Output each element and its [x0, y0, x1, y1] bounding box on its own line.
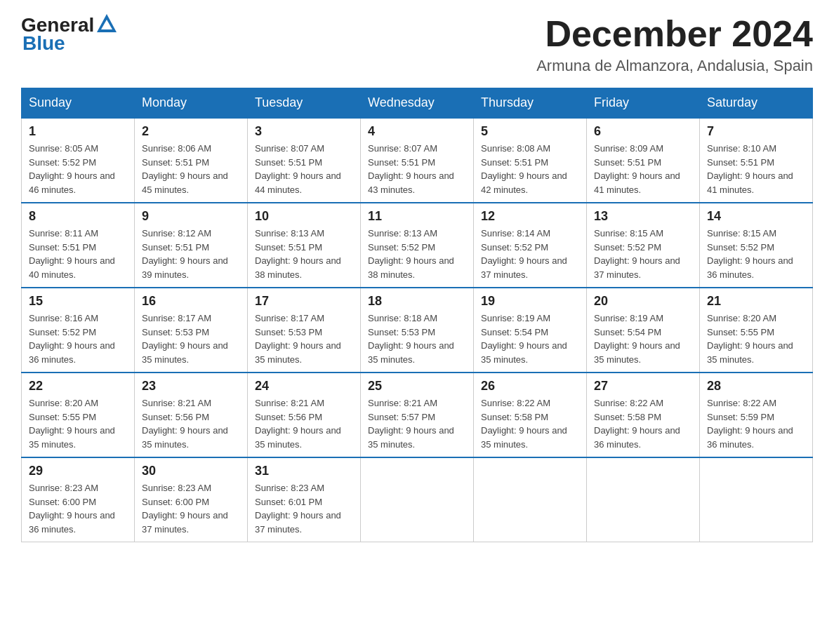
day-info: Sunrise: 8:13 AM Sunset: 5:52 PM Dayligh… [368, 227, 466, 281]
calendar-cell: 13 Sunrise: 8:15 AM Sunset: 5:52 PM Dayl… [587, 203, 700, 288]
day-info: Sunrise: 8:23 AM Sunset: 6:01 PM Dayligh… [255, 481, 353, 536]
day-number: 12 [481, 209, 579, 224]
calendar-cell: 12 Sunrise: 8:14 AM Sunset: 5:52 PM Dayl… [474, 203, 587, 288]
day-number: 24 [255, 379, 353, 394]
day-info: Sunrise: 8:22 AM Sunset: 5:58 PM Dayligh… [594, 396, 692, 451]
weekday-header-row: Sunday Monday Tuesday Wednesday Thursday… [22, 88, 813, 119]
calendar-cell: 22 Sunrise: 8:20 AM Sunset: 5:55 PM Dayl… [22, 373, 135, 457]
calendar-cell: 23 Sunrise: 8:21 AM Sunset: 5:56 PM Dayl… [135, 373, 248, 457]
day-number: 6 [594, 124, 692, 139]
day-info: Sunrise: 8:10 AM Sunset: 5:51 PM Dayligh… [707, 142, 805, 196]
day-info: Sunrise: 8:08 AM Sunset: 5:51 PM Dayligh… [481, 142, 579, 196]
calendar-cell: 30 Sunrise: 8:23 AM Sunset: 6:00 PM Dayl… [135, 457, 248, 542]
day-info: Sunrise: 8:13 AM Sunset: 5:51 PM Dayligh… [255, 227, 353, 281]
calendar-table: Sunday Monday Tuesday Wednesday Thursday… [21, 88, 813, 542]
day-info: Sunrise: 8:05 AM Sunset: 5:52 PM Dayligh… [29, 142, 127, 196]
calendar-cell: 8 Sunrise: 8:11 AM Sunset: 5:51 PM Dayli… [22, 203, 135, 288]
calendar-cell: 5 Sunrise: 8:08 AM Sunset: 5:51 PM Dayli… [474, 118, 587, 203]
day-info: Sunrise: 8:06 AM Sunset: 5:51 PM Dayligh… [142, 142, 240, 196]
month-title: December 2024 [536, 14, 813, 54]
calendar-cell: 27 Sunrise: 8:22 AM Sunset: 5:58 PM Dayl… [587, 373, 700, 457]
day-info: Sunrise: 8:15 AM Sunset: 5:52 PM Dayligh… [707, 227, 805, 281]
calendar-cell: 29 Sunrise: 8:23 AM Sunset: 6:00 PM Dayl… [22, 457, 135, 542]
calendar-cell: 28 Sunrise: 8:22 AM Sunset: 5:59 PM Dayl… [700, 373, 813, 457]
day-number: 9 [142, 209, 240, 224]
day-number: 21 [707, 294, 805, 309]
day-info: Sunrise: 8:15 AM Sunset: 5:52 PM Dayligh… [594, 227, 692, 281]
day-info: Sunrise: 8:21 AM Sunset: 5:56 PM Dayligh… [142, 396, 240, 451]
day-info: Sunrise: 8:09 AM Sunset: 5:51 PM Dayligh… [594, 142, 692, 196]
day-number: 20 [594, 294, 692, 309]
calendar-cell: 7 Sunrise: 8:10 AM Sunset: 5:51 PM Dayli… [700, 118, 813, 203]
day-info: Sunrise: 8:21 AM Sunset: 5:56 PM Dayligh… [255, 396, 353, 451]
day-number: 27 [594, 379, 692, 394]
day-number: 1 [29, 124, 127, 139]
logo: General Blue [21, 14, 118, 55]
day-number: 31 [255, 464, 353, 478]
day-number: 16 [142, 294, 240, 309]
day-number: 23 [142, 379, 240, 394]
calendar-cell: 14 Sunrise: 8:15 AM Sunset: 5:52 PM Dayl… [700, 203, 813, 288]
day-number: 18 [368, 294, 466, 309]
calendar-cell: 19 Sunrise: 8:19 AM Sunset: 5:54 PM Dayl… [474, 288, 587, 373]
day-info: Sunrise: 8:19 AM Sunset: 5:54 PM Dayligh… [481, 311, 579, 366]
week-row-1: 1 Sunrise: 8:05 AM Sunset: 5:52 PM Dayli… [22, 118, 813, 203]
calendar-cell: 9 Sunrise: 8:12 AM Sunset: 5:51 PM Dayli… [135, 203, 248, 288]
calendar-cell [587, 457, 700, 542]
day-info: Sunrise: 8:20 AM Sunset: 5:55 PM Dayligh… [707, 311, 805, 366]
day-number: 11 [368, 209, 466, 224]
day-info: Sunrise: 8:22 AM Sunset: 5:59 PM Dayligh… [707, 396, 805, 451]
location-title: Armuna de Almanzora, Andalusia, Spain [536, 57, 813, 75]
calendar-cell: 15 Sunrise: 8:16 AM Sunset: 5:52 PM Dayl… [22, 288, 135, 373]
header-sunday: Sunday [22, 88, 135, 119]
day-number: 5 [481, 124, 579, 139]
day-number: 3 [255, 124, 353, 139]
calendar-cell: 10 Sunrise: 8:13 AM Sunset: 5:51 PM Dayl… [248, 203, 361, 288]
day-info: Sunrise: 8:07 AM Sunset: 5:51 PM Dayligh… [368, 142, 466, 196]
calendar-cell [474, 457, 587, 542]
day-number: 14 [707, 209, 805, 224]
day-number: 17 [255, 294, 353, 309]
header-saturday: Saturday [700, 88, 813, 119]
calendar-cell: 26 Sunrise: 8:22 AM Sunset: 5:58 PM Dayl… [474, 373, 587, 457]
day-number: 22 [29, 379, 127, 394]
day-number: 19 [481, 294, 579, 309]
title-block: December 2024 Armuna de Almanzora, Andal… [536, 14, 813, 75]
calendar-cell: 11 Sunrise: 8:13 AM Sunset: 5:52 PM Dayl… [361, 203, 474, 288]
day-number: 25 [368, 379, 466, 394]
day-info: Sunrise: 8:16 AM Sunset: 5:52 PM Dayligh… [29, 311, 127, 366]
calendar-cell: 20 Sunrise: 8:19 AM Sunset: 5:54 PM Dayl… [587, 288, 700, 373]
day-info: Sunrise: 8:22 AM Sunset: 5:58 PM Dayligh… [481, 396, 579, 451]
day-info: Sunrise: 8:14 AM Sunset: 5:52 PM Dayligh… [481, 227, 579, 281]
day-info: Sunrise: 8:11 AM Sunset: 5:51 PM Dayligh… [29, 227, 127, 281]
day-info: Sunrise: 8:17 AM Sunset: 5:53 PM Dayligh… [255, 311, 353, 366]
day-info: Sunrise: 8:23 AM Sunset: 6:00 PM Dayligh… [142, 481, 240, 536]
day-number: 15 [29, 294, 127, 309]
day-number: 7 [707, 124, 805, 139]
day-info: Sunrise: 8:07 AM Sunset: 5:51 PM Dayligh… [255, 142, 353, 196]
calendar-cell: 24 Sunrise: 8:21 AM Sunset: 5:56 PM Dayl… [248, 373, 361, 457]
day-number: 29 [29, 464, 127, 478]
calendar-cell [700, 457, 813, 542]
day-number: 26 [481, 379, 579, 394]
calendar-cell: 25 Sunrise: 8:21 AM Sunset: 5:57 PM Dayl… [361, 373, 474, 457]
day-number: 2 [142, 124, 240, 139]
logo-triangle-icon [95, 13, 118, 35]
header-thursday: Thursday [474, 88, 587, 119]
day-info: Sunrise: 8:23 AM Sunset: 6:00 PM Dayligh… [29, 481, 127, 536]
day-info: Sunrise: 8:21 AM Sunset: 5:57 PM Dayligh… [368, 396, 466, 451]
week-row-4: 22 Sunrise: 8:20 AM Sunset: 5:55 PM Dayl… [22, 373, 813, 457]
calendar-cell [361, 457, 474, 542]
day-number: 8 [29, 209, 127, 224]
week-row-5: 29 Sunrise: 8:23 AM Sunset: 6:00 PM Dayl… [22, 457, 813, 542]
day-number: 28 [707, 379, 805, 394]
day-info: Sunrise: 8:20 AM Sunset: 5:55 PM Dayligh… [29, 396, 127, 451]
calendar-cell: 1 Sunrise: 8:05 AM Sunset: 5:52 PM Dayli… [22, 118, 135, 203]
header-friday: Friday [587, 88, 700, 119]
week-row-3: 15 Sunrise: 8:16 AM Sunset: 5:52 PM Dayl… [22, 288, 813, 373]
calendar-cell: 4 Sunrise: 8:07 AM Sunset: 5:51 PM Dayli… [361, 118, 474, 203]
calendar-cell: 6 Sunrise: 8:09 AM Sunset: 5:51 PM Dayli… [587, 118, 700, 203]
calendar-cell: 21 Sunrise: 8:20 AM Sunset: 5:55 PM Dayl… [700, 288, 813, 373]
calendar-cell: 31 Sunrise: 8:23 AM Sunset: 6:01 PM Dayl… [248, 457, 361, 542]
day-info: Sunrise: 8:19 AM Sunset: 5:54 PM Dayligh… [594, 311, 692, 366]
